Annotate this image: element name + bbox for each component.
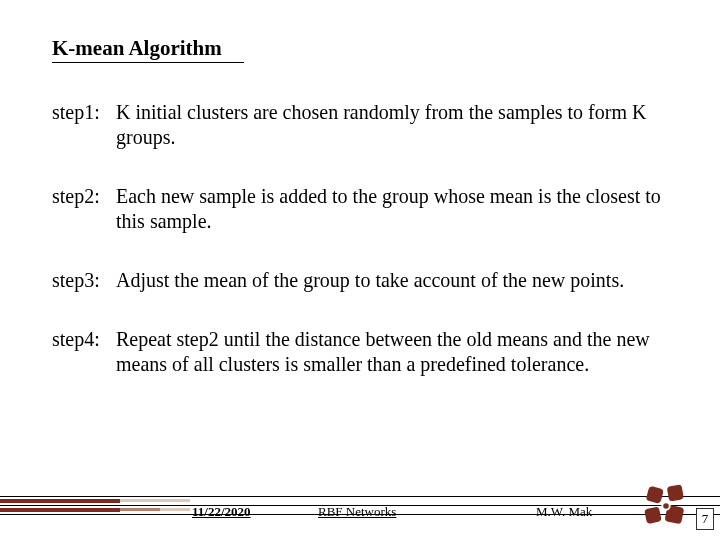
step-text: Each new sample is added to the group wh… [116,184,682,234]
page-number: 7 [696,508,714,530]
step-label: step4: [52,327,116,377]
title-underline [52,62,244,63]
step-text: Adjust the mean of the group to take acc… [116,268,682,293]
footer-date: 11/22/2020 [192,504,251,520]
slide-title: K-mean Algorithm [52,36,222,61]
svg-rect-1 [667,484,684,501]
step-row: step1: K initial clusters are chosen ran… [52,100,682,150]
svg-point-5 [663,503,669,509]
step-text: K initial clusters are chosen randomly f… [116,100,682,150]
body-content: step1: K initial clusters are chosen ran… [52,100,682,411]
footer-title: RBF Networks [318,504,396,520]
step-row: step4: Repeat step2 until the distance b… [52,327,682,377]
svg-rect-2 [644,506,662,524]
svg-rect-0 [646,486,664,504]
step-row: step2: Each new sample is added to the g… [52,184,682,234]
step-label: step3: [52,268,116,293]
step-label: step1: [52,100,116,150]
step-row: step3: Adjust the mean of the group to t… [52,268,682,293]
step-label: step2: [52,184,116,234]
step-text: Repeat step2 until the distance between … [116,327,682,377]
footer-author: M.W. Mak [536,504,592,520]
polyu-logo-icon [638,478,694,534]
